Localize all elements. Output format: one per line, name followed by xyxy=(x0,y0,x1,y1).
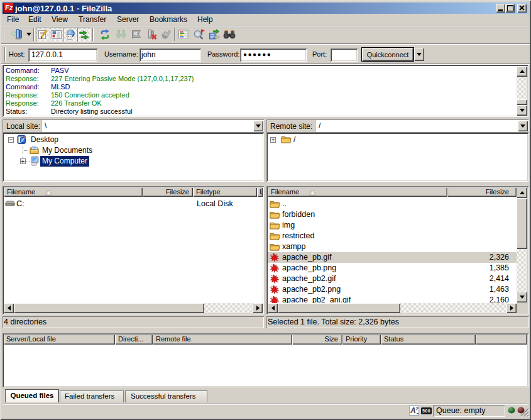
svg-text:A: A xyxy=(410,406,416,415)
svg-text:Fz: Fz xyxy=(5,4,13,11)
